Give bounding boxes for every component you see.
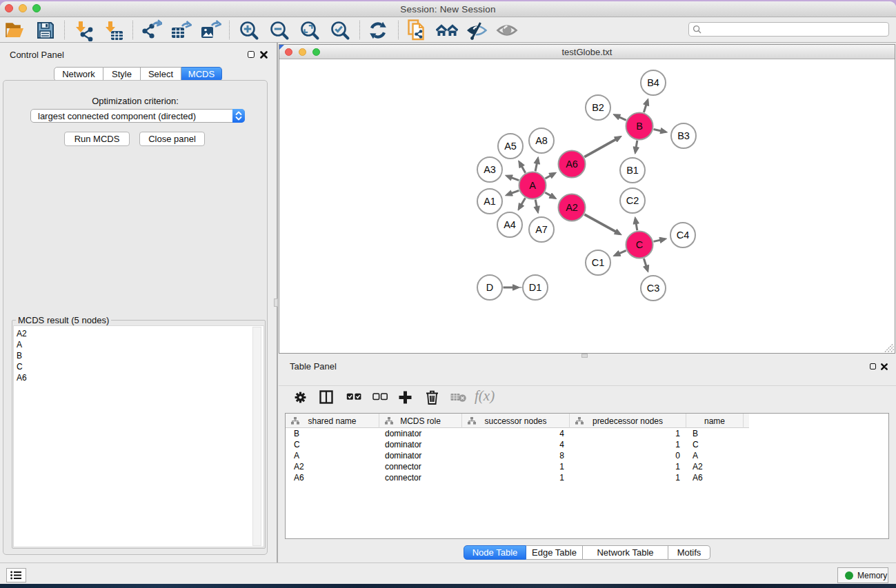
- svg-text:B2: B2: [592, 102, 604, 113]
- svg-text:A: A: [529, 180, 536, 191]
- svg-text:A2: A2: [566, 202, 578, 213]
- svg-text:D: D: [486, 282, 493, 293]
- svg-text:A7: A7: [535, 224, 548, 235]
- svg-text:A4: A4: [504, 219, 516, 230]
- svg-text:A1: A1: [484, 196, 496, 207]
- svg-text:B: B: [636, 121, 643, 132]
- svg-text:C2: C2: [626, 195, 639, 206]
- svg-text:A3: A3: [484, 164, 496, 175]
- svg-text:B1: B1: [626, 165, 639, 176]
- svg-text:A5: A5: [504, 141, 517, 152]
- svg-text:C1: C1: [592, 257, 605, 268]
- svg-text:B3: B3: [677, 130, 690, 141]
- svg-text:D1: D1: [529, 282, 542, 293]
- svg-text:A6: A6: [566, 159, 578, 170]
- svg-text:C3: C3: [647, 283, 660, 294]
- svg-text:A8: A8: [535, 135, 548, 146]
- svg-text:C: C: [636, 239, 643, 250]
- svg-text:B4: B4: [647, 77, 659, 88]
- svg-text:C4: C4: [677, 230, 690, 241]
